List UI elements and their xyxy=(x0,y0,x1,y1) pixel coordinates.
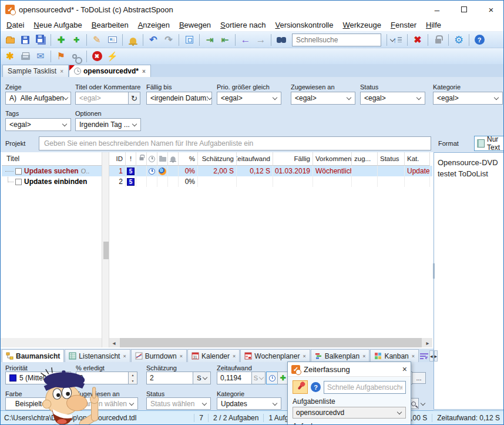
task-search-input[interactable] xyxy=(324,382,405,393)
delete-completed-button[interactable]: ✖ xyxy=(90,49,104,63)
col-id[interactable]: ID xyxy=(109,152,126,166)
tab-opensourcedvd[interactable]: opensourcedvd* × xyxy=(69,65,151,77)
menu-sortiere-nach[interactable]: Sortiere nach xyxy=(216,19,270,31)
filter-status-combo[interactable]: <egal> xyxy=(360,92,425,105)
menu-bearbeiten[interactable]: Bearbeiten xyxy=(87,19,133,31)
minimize-button[interactable]: – xyxy=(424,1,451,18)
save-button[interactable] xyxy=(18,33,32,47)
close-tab-icon[interactable]: × xyxy=(60,68,63,75)
col-time[interactable] xyxy=(147,152,157,166)
spin-down-icon[interactable]: ▼ xyxy=(129,378,137,384)
lock-tasklist-button[interactable] xyxy=(431,33,445,47)
next-task-button[interactable]: → xyxy=(254,33,268,47)
col-zeitaufwand[interactable]: Zeitaufwand xyxy=(237,152,273,166)
close-button[interactable]: × xyxy=(478,1,504,18)
col-reminder[interactable] xyxy=(168,152,179,166)
find-tasks-button[interactable] xyxy=(274,33,288,47)
close-tab-icon[interactable]: × xyxy=(362,353,365,359)
col-fileref[interactable] xyxy=(157,152,168,166)
tab-scroll-right-button[interactable]: ▸ xyxy=(434,350,438,362)
attributes-horizontal-scrollbar[interactable]: ◂ ▸ xyxy=(109,338,432,347)
zeitaufwand-unit-button[interactable]: S xyxy=(251,372,266,384)
save-all-button[interactable] xyxy=(33,33,48,47)
redo-button[interactable]: ↷ xyxy=(162,33,176,47)
menu-fenster[interactable]: Fenster xyxy=(386,19,421,31)
close-tab-icon[interactable]: × xyxy=(142,68,146,75)
open-tasklist-button[interactable] xyxy=(3,33,17,47)
new-task-button[interactable]: ✚ xyxy=(54,33,68,47)
filter-titel-input[interactable]: <egal> xyxy=(75,92,129,105)
undo-button[interactable]: ↶ xyxy=(146,33,160,47)
task-row-title[interactable]: Updates einbinden xyxy=(2,176,102,187)
filter-faellig-combo[interactable]: <irgendein Datum: xyxy=(146,92,212,105)
quick-search-combo[interactable] xyxy=(292,34,381,46)
tab-burndown[interactable]: Burndown× xyxy=(131,349,187,362)
scroll-right-button[interactable]: ▸ xyxy=(423,338,432,347)
scrollbar-thumb[interactable] xyxy=(103,242,109,259)
pin-button[interactable] xyxy=(293,380,308,394)
col-lock[interactable] xyxy=(136,152,147,166)
col-faellig[interactable]: Fällig xyxy=(273,152,313,166)
indent-task-button[interactable]: ⇥ xyxy=(203,33,217,47)
new-tasklist-button[interactable]: ✱ xyxy=(3,49,17,63)
close-icon[interactable]: × xyxy=(402,364,407,374)
spin-up-icon[interactable]: ▲ xyxy=(129,372,137,378)
col-schaetzung[interactable]: Schätzung xyxy=(198,152,237,166)
tab-listenansicht[interactable]: Listenansicht× xyxy=(65,349,130,362)
menu-anzeigen[interactable]: Anzeigen xyxy=(133,19,174,31)
export-flag-button[interactable]: ⚑ xyxy=(54,49,68,63)
col-percent[interactable]: % xyxy=(179,152,198,166)
help-button[interactable]: ? xyxy=(472,33,486,47)
print-button[interactable] xyxy=(18,49,32,63)
aufgabenliste-combo[interactable]: opensourcedvd xyxy=(293,407,406,419)
task-attributes-button[interactable] xyxy=(105,33,119,47)
close-tab-icon[interactable]: × xyxy=(180,353,183,359)
filter-kategorie-combo[interactable]: <egal> xyxy=(433,92,503,105)
delete-task-button[interactable]: ✖ xyxy=(411,33,425,47)
wrap-tabs-button[interactable] xyxy=(419,350,429,362)
preferences-button[interactable]: ⚙ xyxy=(452,33,466,47)
outdent-task-button[interactable]: ⇤ xyxy=(218,33,232,47)
filter-zugewiesen-combo[interactable]: <egal> xyxy=(291,92,355,105)
filter-tags-combo[interactable]: <egal> xyxy=(5,118,71,131)
new-subtask-button[interactable]: ✚ xyxy=(69,33,83,47)
filter-refresh-button[interactable]: ↻ xyxy=(128,92,140,105)
close-tab-icon[interactable]: × xyxy=(123,353,126,359)
vorkommen-more-button[interactable]: ... xyxy=(412,372,426,384)
menu-versionskontrolle[interactable]: Versionskontrolle xyxy=(270,19,338,31)
menu-datei[interactable]: Datei xyxy=(2,19,29,31)
format-button[interactable]: Nur Text xyxy=(474,136,504,151)
col-status[interactable]: Status xyxy=(378,152,405,166)
task-search-box[interactable] xyxy=(324,381,406,394)
dateiverweis-dropdown[interactable] xyxy=(419,398,427,409)
quick-search-input[interactable] xyxy=(293,36,391,44)
spellcheck-button[interactable]: ⚡ xyxy=(105,49,119,63)
maximize-view-button[interactable] xyxy=(182,33,196,47)
close-tab-icon[interactable]: × xyxy=(412,353,415,359)
filter-zeige-combo[interactable]: A) Alle Aufgaben xyxy=(5,92,71,105)
projekt-input[interactable] xyxy=(39,136,431,150)
menu-hilfe[interactable]: Hilfe xyxy=(421,19,446,31)
tree-vertical-scrollbar[interactable] xyxy=(102,152,109,347)
col-priority[interactable]: ! xyxy=(126,152,136,166)
task-checkbox[interactable] xyxy=(15,168,22,175)
link-button[interactable] xyxy=(69,49,83,63)
dialog-help-button[interactable]: ? xyxy=(311,382,321,392)
tab-kalender[interactable]: 31 Kalender× xyxy=(187,349,240,362)
reminder-button[interactable] xyxy=(126,33,140,47)
dialog-title-bar[interactable]: ✓ Zeiterfassung × xyxy=(288,362,411,377)
tab-wochenplaner[interactable]: Wochenplaner× xyxy=(240,349,310,362)
tab-baumansicht[interactable]: Baumansicht xyxy=(2,349,64,362)
menu-neue-aufgabe[interactable]: Neue Aufgabe xyxy=(29,19,86,31)
zeitaufwand-input[interactable]: 0,1194 xyxy=(217,372,252,384)
col-kategorie[interactable]: Kat. xyxy=(405,152,430,166)
comments-panel[interactable]: Opensource-DVD testet ToDoList xyxy=(434,152,504,410)
col-zugewiesen[interactable]: zug... xyxy=(352,152,378,166)
edit-task-button[interactable]: ✎ xyxy=(90,33,104,47)
track-time-button[interactable] xyxy=(266,372,278,384)
col-vorkommen[interactable]: Vorkommen xyxy=(313,152,352,166)
status-combo[interactable]: Status wählen xyxy=(146,397,211,410)
task-row-title[interactable]: Updates suchen O.. xyxy=(2,166,102,176)
close-tab-icon[interactable]: × xyxy=(233,353,236,359)
tree-horizontal-scrollbar[interactable] xyxy=(1,338,102,347)
